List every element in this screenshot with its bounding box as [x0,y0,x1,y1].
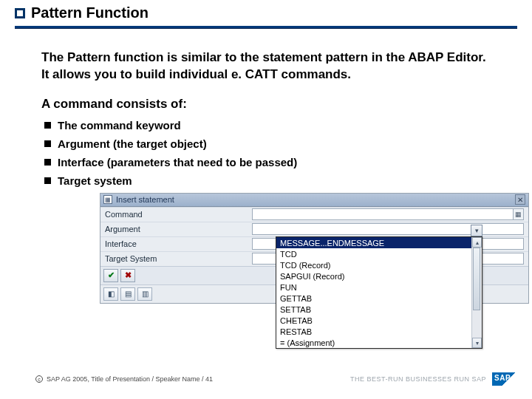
bullet-item: Interface (parameters that need to be pa… [58,156,491,168]
subheading: A command consists of: [41,97,491,112]
dropdown-option[interactable]: SAPGUI (Record) [276,270,482,282]
label-target: Target System [100,254,252,263]
dropdown-option[interactable]: GETTAB [276,293,482,304]
dropdown-option[interactable]: TCD (Record) [276,259,482,270]
slide-title: Pattern Function [31,4,149,21]
dropdown-option[interactable]: CHETAB [276,315,482,326]
tool-button-3[interactable]: ▥ [137,287,152,301]
dropdown-list: MESSAGE...ENDMESSAGE TCD TCD (Record) SA… [276,237,482,348]
form-row-argument: Argument [100,222,528,236]
form-row-command: Command ▦ [100,207,528,222]
dropdown-option[interactable]: = (Assignment) [276,337,482,348]
dialog-app-icon: ▦ [103,195,112,204]
tool-button-2[interactable]: ▤ [120,287,135,301]
bullet-item: Target system [58,174,491,187]
bullet-item: The command keyword [58,119,491,132]
cancel-button[interactable]: ✖ [120,269,135,282]
dialog-titlebar: ▦ Insert statement ✕ [100,194,528,207]
command-input[interactable]: ▦ [252,208,524,220]
dropdown-option[interactable]: SETTAB [276,304,482,315]
footer-text: SAP AG 2005, Title of Presentation / Spe… [47,375,213,383]
footer-tagline: THE BEST-RUN BUSINESSES RUN SAP [350,375,486,383]
argument-input[interactable] [252,223,524,235]
footer: c SAP AG 2005, Title of Presentation / S… [35,372,517,386]
matchcode-icon[interactable]: ▦ [513,208,524,220]
cross-icon: ✖ [125,270,132,280]
copyright-icon: c [35,375,43,383]
scroll-up-icon[interactable]: ▴ [472,237,482,248]
dropdown-option[interactable]: TCD [276,248,482,259]
dialog-title: Insert statement [116,195,515,204]
dropdown-option[interactable]: FUN [276,282,482,293]
close-icon[interactable]: ✕ [515,194,525,205]
title-bullet-icon [15,8,25,18]
dropdown-scrollbar[interactable]: ▴ ▾ [471,237,482,348]
scroll-track[interactable] [472,248,482,338]
command-dropdown[interactable]: ▾ MESSAGE...ENDMESSAGE TCD TCD (Record) … [276,236,482,349]
dropdown-option[interactable]: RESTAB [276,326,482,337]
scroll-down-icon[interactable]: ▾ [472,338,482,348]
sap-logo: SAP [492,372,517,386]
intro-paragraph: The Pattern function is similar to the s… [41,50,491,83]
title-row: Pattern Function [0,0,532,21]
bullet-list: The command keyword Argument (the target… [41,119,491,187]
label-command: Command [100,210,252,219]
bullet-item: Argument (the target object) [58,137,491,150]
check-icon: ✔ [108,270,115,280]
label-argument: Argument [100,225,252,233]
dropdown-trigger-icon[interactable]: ▾ [471,225,482,236]
accept-button[interactable]: ✔ [103,269,118,282]
label-interface: Interface [100,239,252,248]
footer-right: THE BEST-RUN BUSINESSES RUN SAP SAP [350,372,517,386]
dropdown-option[interactable]: MESSAGE...ENDMESSAGE [276,237,482,248]
scroll-thumb[interactable] [473,248,480,310]
tool-button-1[interactable]: ◧ [103,287,118,301]
